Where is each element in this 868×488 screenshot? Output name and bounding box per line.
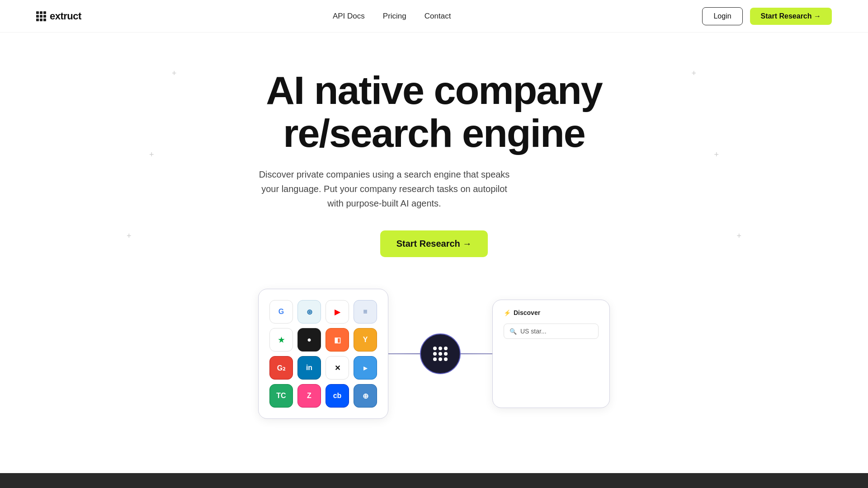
hero-subtitle: Discover private companies using a searc…	[258, 167, 511, 211]
logo-text: extruct	[50, 10, 81, 22]
icon-product-hunt: ▸	[354, 356, 377, 380]
nav-link-pricing[interactable]: Pricing	[383, 12, 406, 21]
nav-links: API Docs Pricing Contact	[333, 12, 451, 21]
login-button[interactable]: Login	[702, 7, 742, 25]
icon-docs: ≡	[354, 300, 377, 324]
bg-plus-4: +	[714, 150, 719, 160]
icon-globe: ⊕	[354, 384, 377, 408]
navbar: extruct API Docs Pricing Contact Login S…	[0, 0, 868, 33]
logo[interactable]: extruct	[36, 10, 81, 22]
start-research-hero-button[interactable]: Start Research →	[380, 230, 488, 257]
logo-grid-icon	[36, 11, 46, 21]
nav-actions: Login Start Research →	[702, 7, 832, 25]
icon-techcrunch: TC	[269, 384, 293, 408]
hero-title: AI native company re/search engine	[258, 69, 610, 155]
search-text: US star...	[520, 328, 547, 335]
search-icon-sm: 🔍	[509, 328, 517, 335]
connector-right	[456, 353, 492, 354]
hero-section: + + + + + + AI native company re/search …	[0, 33, 868, 446]
discover-title: Discover	[514, 309, 540, 316]
icon-github: ●	[297, 328, 321, 352]
nav-link-api-docs[interactable]: API Docs	[333, 12, 365, 21]
icon-x-twitter: ✕	[326, 356, 349, 380]
discover-header: ⚡ Discover	[504, 309, 599, 316]
lightning-icon: ⚡	[504, 310, 511, 316]
bg-plus-1: +	[172, 69, 177, 78]
icon-zapier-alt: Z	[297, 384, 321, 408]
icon-youtube: ▶	[326, 300, 349, 324]
icon-google: G	[269, 300, 293, 324]
bg-plus-2: +	[149, 150, 154, 160]
bg-plus-3: +	[691, 69, 696, 78]
diagram-section: G⊛▶≡★●◧YG₂in✕▸TCZcb⊕ ⚡ Discover	[258, 289, 610, 419]
bg-plus-6: +	[736, 231, 741, 241]
start-research-nav-button[interactable]: Start Research →	[750, 8, 832, 25]
center-node	[420, 333, 461, 374]
nav-link-contact[interactable]: Contact	[425, 12, 451, 21]
icon-crunchbase: cb	[326, 384, 349, 408]
connector-left	[388, 353, 425, 354]
icon-linkedin: in	[297, 356, 321, 380]
center-dots	[433, 347, 448, 361]
bg-plus-5: +	[127, 231, 132, 241]
icon-ycombinator: Y	[354, 328, 377, 352]
hero-content: AI native company re/search engine Disco…	[258, 69, 610, 419]
discover-card: ⚡ Discover 🔍 US star...	[492, 300, 610, 408]
icon-grid-card: G⊛▶≡★●◧YG₂in✕▸TCZcb⊕	[258, 289, 388, 419]
icon-g2: G₂	[269, 356, 293, 380]
search-bar[interactable]: 🔍 US star...	[504, 324, 599, 339]
trusted-section: Trusted by professionals at	[0, 473, 868, 488]
icon-capterra: ★	[269, 328, 293, 352]
icon-feather: ⊛	[297, 300, 321, 324]
icon-crunchbase-alt: ◧	[326, 328, 349, 352]
